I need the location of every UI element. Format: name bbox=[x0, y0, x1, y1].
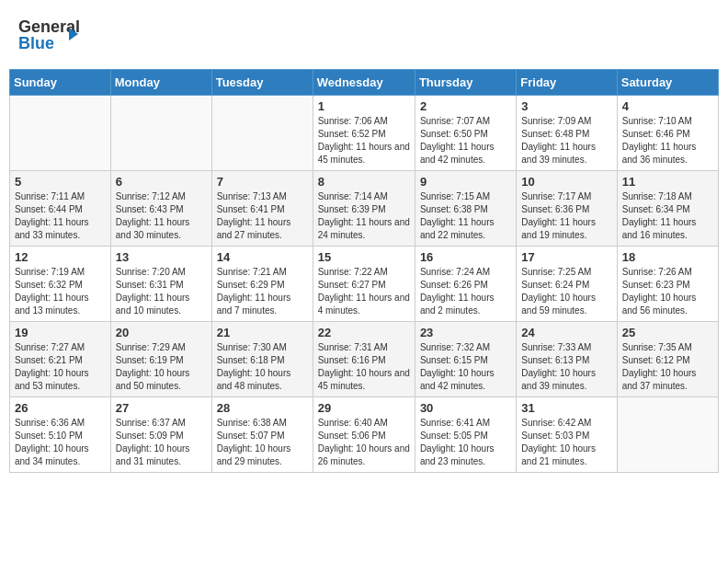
calendar-cell: 22Sunrise: 7:31 AM Sunset: 6:16 PM Dayli… bbox=[313, 322, 415, 397]
day-info: Sunrise: 6:38 AM Sunset: 5:07 PM Dayligh… bbox=[217, 417, 308, 468]
day-number: 25 bbox=[622, 326, 713, 339]
calendar-cell: 16Sunrise: 7:24 AM Sunset: 6:26 PM Dayli… bbox=[415, 247, 516, 322]
calendar-cell: 15Sunrise: 7:22 AM Sunset: 6:27 PM Dayli… bbox=[313, 247, 415, 322]
day-info: Sunrise: 6:37 AM Sunset: 5:09 PM Dayligh… bbox=[116, 417, 207, 468]
calendar-cell: 1Sunrise: 7:06 AM Sunset: 6:52 PM Daylig… bbox=[313, 96, 415, 171]
calendar-cell: 24Sunrise: 7:33 AM Sunset: 6:13 PM Dayli… bbox=[517, 322, 617, 397]
day-number: 22 bbox=[318, 326, 410, 339]
calendar-cell bbox=[617, 397, 718, 473]
calendar-cell: 17Sunrise: 7:25 AM Sunset: 6:24 PM Dayli… bbox=[517, 247, 617, 322]
day-number: 6 bbox=[116, 175, 207, 189]
calendar-cell: 2Sunrise: 7:07 AM Sunset: 6:50 PM Daylig… bbox=[415, 96, 516, 171]
day-info: Sunrise: 7:17 AM Sunset: 6:36 PM Dayligh… bbox=[521, 190, 611, 242]
calendar-cell: 12Sunrise: 7:19 AM Sunset: 6:32 PM Dayli… bbox=[10, 247, 111, 322]
calendar-cell bbox=[110, 96, 211, 171]
calendar-cell: 27Sunrise: 6:37 AM Sunset: 5:09 PM Dayli… bbox=[110, 397, 211, 473]
day-number: 11 bbox=[622, 175, 713, 189]
day-info: Sunrise: 7:18 AM Sunset: 6:34 PM Dayligh… bbox=[622, 190, 713, 242]
day-number: 14 bbox=[217, 250, 308, 264]
day-number: 5 bbox=[15, 175, 106, 189]
day-info: Sunrise: 7:30 AM Sunset: 6:18 PM Dayligh… bbox=[217, 341, 308, 393]
day-number: 18 bbox=[622, 250, 713, 264]
day-info: Sunrise: 7:12 AM Sunset: 6:43 PM Dayligh… bbox=[116, 190, 207, 242]
logo: GeneralBlue bbox=[18, 14, 83, 55]
day-of-week-header: Monday bbox=[110, 70, 211, 96]
day-number: 8 bbox=[318, 175, 410, 189]
day-number: 30 bbox=[420, 401, 511, 415]
calendar-cell: 21Sunrise: 7:30 AM Sunset: 6:18 PM Dayli… bbox=[211, 322, 313, 397]
day-info: Sunrise: 7:26 AM Sunset: 6:23 PM Dayligh… bbox=[622, 266, 713, 317]
calendar-cell: 31Sunrise: 6:42 AM Sunset: 5:03 PM Dayli… bbox=[517, 397, 617, 473]
calendar-cell: 11Sunrise: 7:18 AM Sunset: 6:34 PM Dayli… bbox=[617, 171, 718, 247]
day-info: Sunrise: 7:27 AM Sunset: 6:21 PM Dayligh… bbox=[15, 341, 106, 393]
day-number: 3 bbox=[521, 99, 611, 113]
day-number: 28 bbox=[217, 401, 308, 415]
day-number: 9 bbox=[420, 175, 511, 189]
calendar-week-row: 26Sunrise: 6:36 AM Sunset: 5:10 PM Dayli… bbox=[10, 397, 719, 473]
calendar-cell: 3Sunrise: 7:09 AM Sunset: 6:48 PM Daylig… bbox=[517, 96, 617, 171]
day-info: Sunrise: 7:35 AM Sunset: 6:12 PM Dayligh… bbox=[622, 341, 713, 393]
calendar-week-row: 1Sunrise: 7:06 AM Sunset: 6:52 PM Daylig… bbox=[10, 96, 719, 171]
day-number: 2 bbox=[420, 99, 511, 113]
day-info: Sunrise: 7:33 AM Sunset: 6:13 PM Dayligh… bbox=[521, 341, 611, 393]
calendar-cell: 30Sunrise: 6:41 AM Sunset: 5:05 PM Dayli… bbox=[415, 397, 516, 473]
day-of-week-header: Thursday bbox=[415, 70, 516, 96]
calendar-week-row: 12Sunrise: 7:19 AM Sunset: 6:32 PM Dayli… bbox=[10, 247, 719, 322]
day-info: Sunrise: 7:10 AM Sunset: 6:46 PM Dayligh… bbox=[622, 115, 713, 167]
day-info: Sunrise: 7:20 AM Sunset: 6:31 PM Dayligh… bbox=[116, 266, 207, 317]
calendar-cell: 25Sunrise: 7:35 AM Sunset: 6:12 PM Dayli… bbox=[617, 322, 718, 397]
logo-svg: GeneralBlue bbox=[18, 14, 83, 55]
day-number: 17 bbox=[521, 250, 611, 264]
day-number: 29 bbox=[318, 401, 410, 415]
day-info: Sunrise: 6:41 AM Sunset: 5:05 PM Dayligh… bbox=[420, 417, 511, 468]
day-number: 27 bbox=[116, 401, 207, 415]
day-info: Sunrise: 7:25 AM Sunset: 6:24 PM Dayligh… bbox=[521, 266, 611, 317]
day-number: 10 bbox=[521, 175, 611, 189]
calendar-week-row: 19Sunrise: 7:27 AM Sunset: 6:21 PM Dayli… bbox=[10, 322, 719, 397]
day-of-week-header: Friday bbox=[517, 70, 617, 96]
day-number: 1 bbox=[318, 99, 410, 113]
calendar-cell: 19Sunrise: 7:27 AM Sunset: 6:21 PM Dayli… bbox=[10, 322, 111, 397]
day-info: Sunrise: 7:06 AM Sunset: 6:52 PM Dayligh… bbox=[318, 115, 410, 167]
day-info: Sunrise: 7:24 AM Sunset: 6:26 PM Dayligh… bbox=[420, 266, 511, 317]
day-info: Sunrise: 7:14 AM Sunset: 6:39 PM Dayligh… bbox=[318, 190, 410, 242]
day-number: 16 bbox=[420, 250, 511, 264]
calendar-cell: 6Sunrise: 7:12 AM Sunset: 6:43 PM Daylig… bbox=[110, 171, 211, 247]
calendar-cell: 29Sunrise: 6:40 AM Sunset: 5:06 PM Dayli… bbox=[313, 397, 415, 473]
day-info: Sunrise: 7:22 AM Sunset: 6:27 PM Dayligh… bbox=[318, 266, 410, 317]
calendar-cell: 7Sunrise: 7:13 AM Sunset: 6:41 PM Daylig… bbox=[211, 171, 313, 247]
day-number: 21 bbox=[217, 326, 308, 339]
day-number: 7 bbox=[217, 175, 308, 189]
day-of-week-header: Saturday bbox=[617, 70, 718, 96]
calendar-table: SundayMondayTuesdayWednesdayThursdayFrid… bbox=[9, 69, 719, 473]
day-info: Sunrise: 7:29 AM Sunset: 6:19 PM Dayligh… bbox=[116, 341, 207, 393]
day-number: 26 bbox=[15, 401, 106, 415]
day-number: 19 bbox=[15, 326, 106, 339]
day-info: Sunrise: 7:32 AM Sunset: 6:15 PM Dayligh… bbox=[420, 341, 511, 393]
day-of-week-header: Wednesday bbox=[313, 70, 415, 96]
calendar-week-row: 5Sunrise: 7:11 AM Sunset: 6:44 PM Daylig… bbox=[10, 171, 719, 247]
calendar-cell: 26Sunrise: 6:36 AM Sunset: 5:10 PM Dayli… bbox=[10, 397, 111, 473]
day-number: 20 bbox=[116, 326, 207, 339]
day-info: Sunrise: 7:31 AM Sunset: 6:16 PM Dayligh… bbox=[318, 341, 410, 393]
calendar-cell: 23Sunrise: 7:32 AM Sunset: 6:15 PM Dayli… bbox=[415, 322, 516, 397]
day-info: Sunrise: 6:42 AM Sunset: 5:03 PM Dayligh… bbox=[521, 417, 611, 468]
calendar-cell: 14Sunrise: 7:21 AM Sunset: 6:29 PM Dayli… bbox=[211, 247, 313, 322]
calendar-cell: 13Sunrise: 7:20 AM Sunset: 6:31 PM Dayli… bbox=[110, 247, 211, 322]
calendar-cell: 18Sunrise: 7:26 AM Sunset: 6:23 PM Dayli… bbox=[617, 247, 718, 322]
calendar-cell: 20Sunrise: 7:29 AM Sunset: 6:19 PM Dayli… bbox=[110, 322, 211, 397]
svg-text:Blue: Blue bbox=[18, 34, 54, 52]
day-of-week-header: Tuesday bbox=[211, 70, 313, 96]
day-info: Sunrise: 7:09 AM Sunset: 6:48 PM Dayligh… bbox=[521, 115, 611, 167]
day-info: Sunrise: 7:19 AM Sunset: 6:32 PM Dayligh… bbox=[15, 266, 106, 317]
page-header: GeneralBlue bbox=[9, 9, 719, 60]
day-info: Sunrise: 7:13 AM Sunset: 6:41 PM Dayligh… bbox=[217, 190, 308, 242]
day-number: 15 bbox=[318, 250, 410, 264]
day-number: 31 bbox=[521, 401, 611, 415]
day-number: 4 bbox=[622, 99, 713, 113]
day-number: 12 bbox=[15, 250, 106, 264]
calendar-cell: 28Sunrise: 6:38 AM Sunset: 5:07 PM Dayli… bbox=[211, 397, 313, 473]
day-number: 13 bbox=[116, 250, 207, 264]
day-info: Sunrise: 6:40 AM Sunset: 5:06 PM Dayligh… bbox=[318, 417, 410, 468]
day-info: Sunrise: 7:07 AM Sunset: 6:50 PM Dayligh… bbox=[420, 115, 511, 167]
